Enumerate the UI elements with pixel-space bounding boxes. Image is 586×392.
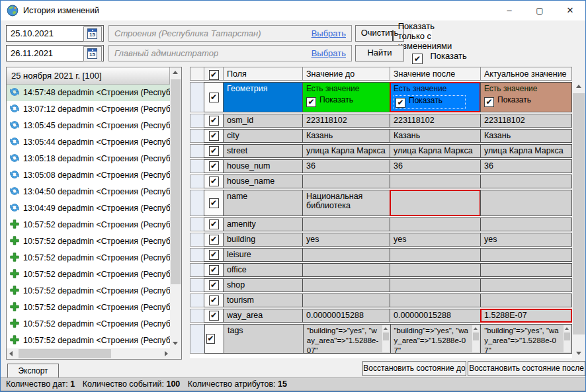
- value-before-cell[interactable]: "building"=>"yes", "way_area"=>"1.5288e-…: [303, 324, 391, 354]
- value-after-cell[interactable]: [390, 190, 481, 216]
- value-after-cell[interactable]: 223118102: [390, 114, 481, 128]
- header-fields[interactable]: Поля: [223, 67, 303, 81]
- geometry-before-cell[interactable]: Есть значение Показать: [302, 82, 390, 112]
- field-name-cell[interactable]: name: [223, 190, 303, 216]
- row-select-cell[interactable]: [204, 129, 224, 143]
- table-row-leisure[interactable]: leisure: [190, 248, 572, 262]
- event-list-item[interactable]: 13:04:50 depadmin <Строения (Республика …: [7, 184, 170, 200]
- row-checkbox[interactable]: [206, 334, 214, 344]
- value-actual-cell[interactable]: улица Карла Маркса: [480, 144, 572, 158]
- field-name-cell[interactable]: shop: [223, 278, 303, 292]
- value-actual-cell[interactable]: Казань: [480, 129, 572, 143]
- value-after-cell[interactable]: [390, 248, 481, 262]
- user-select-link[interactable]: Выбрать: [312, 48, 346, 58]
- row-checkbox[interactable]: [209, 219, 219, 229]
- value-before-cell[interactable]: yes: [302, 233, 390, 247]
- table-row-tourism[interactable]: tourism: [190, 294, 572, 307]
- field-name-cell[interactable]: house_num: [223, 159, 303, 173]
- date-from-input[interactable]: 25.10.2021: [11, 28, 54, 38]
- select-all-checkbox[interactable]: [209, 70, 219, 80]
- actual-state-checkbox[interactable]: [412, 54, 423, 64]
- event-list-item[interactable]: 13:04:49 depadmin <Строения (Республика …: [7, 200, 170, 217]
- row-select-cell[interactable]: [204, 263, 224, 277]
- value-after-cell[interactable]: [390, 217, 481, 231]
- minimize-button[interactable]: –: [494, 1, 524, 20]
- only-changes-checkbox[interactable]: [392, 30, 394, 41]
- row-select-cell[interactable]: [204, 233, 224, 247]
- value-after-cell[interactable]: "building"=>"yes", "way_area"=>"1.5288e-…: [390, 324, 481, 354]
- value-actual-cell[interactable]: [480, 263, 572, 277]
- value-actual-cell[interactable]: 1.5288E-07: [480, 309, 572, 323]
- event-list-item[interactable]: 10:57:52 depadmin <Строения (Республика …: [7, 316, 170, 333]
- row-select-cell[interactable]: [204, 114, 224, 128]
- table-row-street[interactable]: streetулица Карла Марксаулица Карла Марк…: [190, 144, 572, 158]
- events-vertical-scrollbar[interactable]: [170, 67, 181, 348]
- clear-button[interactable]: Очистить: [355, 25, 404, 42]
- value-after-cell[interactable]: Казань: [390, 129, 481, 143]
- show-geometry-checkbox[interactable]: [484, 97, 494, 107]
- field-name-cell[interactable]: office: [223, 263, 303, 277]
- value-after-cell[interactable]: [390, 263, 481, 277]
- geometry-field-cell[interactable]: Геометрия: [223, 82, 303, 112]
- field-name-cell[interactable]: amenity: [223, 217, 303, 231]
- event-list-item[interactable]: 13:05:44 depadmin <Строения (Республика …: [7, 134, 170, 151]
- scroll-up-icon[interactable]: [573, 81, 584, 92]
- row-checkbox[interactable]: [209, 116, 219, 126]
- field-name-cell[interactable]: tags: [224, 324, 304, 354]
- field-name-cell[interactable]: osm_id: [223, 114, 303, 128]
- value-before-cell[interactable]: [302, 175, 390, 188]
- event-list-item[interactable]: 13:05:08 depadmin <Строения (Республика …: [7, 167, 170, 184]
- value-before-cell[interactable]: улица Карла Маркса: [302, 144, 390, 158]
- table-row-office[interactable]: office: [190, 263, 572, 277]
- table-row-geometry[interactable]: ✔ Геометрия Есть значение Показать Есть …: [190, 82, 572, 112]
- value-after-cell[interactable]: 36: [390, 159, 481, 173]
- row-checkbox[interactable]: [209, 311, 219, 321]
- scroll-thumb[interactable]: [573, 93, 585, 334]
- only-changes-checkbox-row[interactable]: Показать только с изменениями: [412, 30, 432, 41]
- row-select-cell[interactable]: [204, 294, 224, 307]
- row-checkbox[interactable]: [209, 250, 219, 260]
- value-actual-cell[interactable]: [480, 190, 572, 216]
- value-before-cell[interactable]: 223118102: [302, 114, 390, 128]
- actual-state-checkbox-row[interactable]: Показать актуальное состояние: [412, 50, 492, 61]
- value-after-cell[interactable]: [390, 294, 481, 307]
- show-geometry-checkbox[interactable]: [396, 98, 405, 108]
- value-before-cell[interactable]: [302, 263, 390, 277]
- date-from-calendar-button[interactable]: 15: [83, 26, 102, 42]
- header-value-before[interactable]: Значение до: [302, 67, 390, 81]
- event-list-item[interactable]: 10:57:52 depadmin <Строения (Республика …: [7, 250, 170, 266]
- value-actual-cell[interactable]: [480, 217, 572, 231]
- field-name-cell[interactable]: building: [223, 233, 303, 247]
- restore-after-button[interactable]: Восстановить состояние после: [468, 361, 585, 376]
- close-button[interactable]: ✕: [555, 1, 585, 20]
- header-actual-value[interactable]: Актуальное значение: [480, 67, 572, 81]
- value-after-cell[interactable]: [390, 175, 481, 188]
- table-row-building[interactable]: buildingyesyesyes: [190, 233, 572, 247]
- scroll-up-icon[interactable]: [170, 67, 181, 78]
- table-row-city[interactable]: cityКазаньКазаньКазань: [190, 129, 572, 143]
- row-select-cell[interactable]: [204, 144, 224, 158]
- value-actual-cell[interactable]: "building"=>"yes", "way_area"=>"1.5288e-…: [480, 324, 572, 354]
- row-select-cell[interactable]: [204, 190, 224, 216]
- row-checkbox[interactable]: [209, 280, 219, 290]
- row-select-cell[interactable]: [204, 278, 224, 292]
- event-list-item[interactable]: 13:05:18 depadmin <Строения (Республика …: [7, 151, 170, 167]
- row-checkbox[interactable]: [209, 198, 219, 208]
- value-before-cell[interactable]: Национальная библиотека: [302, 190, 390, 216]
- table-row-osm_id[interactable]: osm_id223118102223118102223118102: [190, 114, 572, 128]
- row-select-cell[interactable]: [204, 324, 224, 354]
- event-list-item[interactable]: 13:05:45 depadmin <Строения (Республика …: [7, 118, 170, 134]
- value-before-cell[interactable]: [302, 248, 390, 262]
- cell-scrollbar[interactable]: [564, 325, 571, 352]
- find-button[interactable]: Найти: [355, 45, 404, 61]
- value-actual-cell[interactable]: yes: [480, 233, 572, 247]
- value-actual-cell[interactable]: [480, 175, 572, 188]
- events-horizontal-scrollbar[interactable]: [7, 348, 171, 359]
- row-checkbox[interactable]: [209, 235, 219, 245]
- value-after-cell[interactable]: [390, 278, 481, 292]
- value-actual-cell[interactable]: 223118102: [480, 114, 572, 128]
- date-to-calendar-button[interactable]: 15: [83, 46, 102, 61]
- value-after-cell[interactable]: улица Карла Маркса: [390, 144, 481, 158]
- row-select-cell[interactable]: [204, 159, 224, 173]
- row-checkbox[interactable]: [209, 146, 219, 156]
